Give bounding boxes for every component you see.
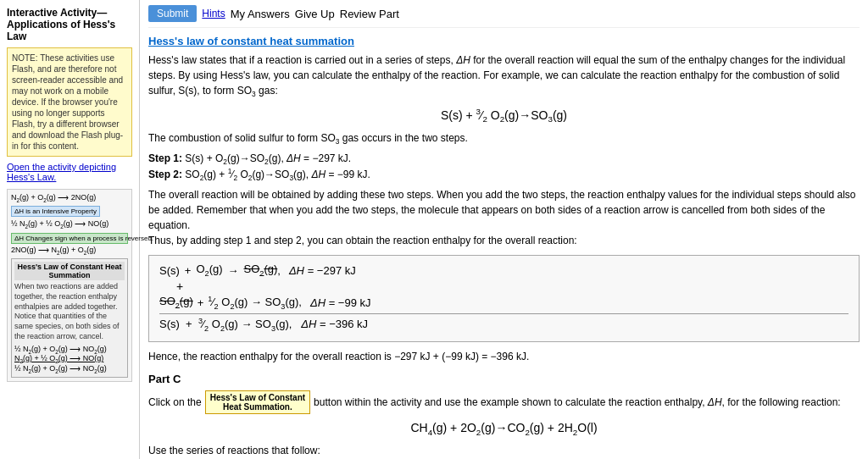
hess-formula-2: N2(g) + ½ O2(g) ⟶ NO(g) — [14, 354, 125, 364]
dh-changes-box: ΔH Changes sign when a process is revers… — [11, 233, 128, 244]
top-hints-link[interactable]: Hints — [202, 8, 225, 19]
combustion-text: The combustion of solid sulfur to form S… — [148, 130, 860, 147]
rxn1-arrow: → — [228, 264, 239, 277]
sim-formula-1: N2(g) + O2(g) ⟶ 2NO(g) — [11, 193, 96, 203]
hess-law-title: Hess's Law of Constant Heat Summation — [14, 262, 125, 280]
rxn1-reactant1: S(s) — [159, 264, 180, 277]
section-title: Hess's law of constant heat summation — [148, 35, 860, 47]
top-submit-button[interactable]: Submit — [148, 5, 197, 22]
top-bar-separator-1: My Answers — [231, 8, 290, 20]
top-bar: Submit Hints My Answers Give Up Review P… — [148, 0, 860, 28]
part-c-instruction: Click on the Hess's Law of ConstantHeat … — [148, 390, 860, 414]
step-1: Step 1: S(s) + O2(g)→SO2(g), ΔH = −297 k… — [148, 152, 860, 166]
reaction-plus-divider: + — [176, 279, 849, 293]
rxn1-dh: ΔH = −297 kJ — [289, 264, 356, 277]
rxn1-plus: + — [185, 264, 192, 277]
reaction-line-2: SO2(g) + 1⁄2 O2(g) → SO3(g), ΔH = −99 kJ — [159, 295, 849, 311]
intro-text: Hess's law states that if a reaction is … — [148, 53, 860, 100]
main-content: Submit Hints My Answers Give Up Review P… — [140, 0, 868, 459]
hess-law-text: When two reactions are added together, t… — [14, 282, 125, 341]
hence-text: Hence, the reaction enthalpy for the ove… — [148, 349, 860, 364]
part-c-main-formula: CH4(g) + 2O2(g)→CO2(g) + 2H2O(l) — [148, 421, 860, 437]
intensive-property-box: ΔH is an Intensive Property — [11, 206, 100, 217]
open-activity-link[interactable]: Open the activity depicting Hess's Law. — [7, 162, 132, 182]
reaction-line-3: S(s) + 3⁄2 O2(g) → SO3(g), ΔH = −396 kJ — [159, 317, 849, 333]
part-c-text-2: button within the activity and use the e… — [314, 396, 841, 408]
rxn1-product-strike: SO2(g) — [244, 263, 278, 278]
sim-formula-3: 2NO(g) ⟶ N2(g) + O2(g) — [11, 246, 128, 256]
part-c-header: Part C — [148, 373, 860, 385]
flash-warning: NOTE: These activities use Flash, and ar… — [7, 47, 132, 157]
sidebar: Interactive Activity—Applications of Hes… — [0, 0, 140, 459]
overall-text: The overall reaction will be obtained by… — [148, 187, 860, 248]
reaction-box: S(s) + O2(g) → SO2(g), ΔH = −297 kJ + SO… — [148, 255, 860, 341]
use-series-text: Use the series of reactions that follow: — [148, 443, 860, 458]
sim-formula-2: ½ N2(g) + ½ O2(g) ⟶ NO(g) — [11, 219, 108, 230]
main-formula: S(s) + 3⁄2 O2(g)→SO3(g) — [148, 107, 860, 124]
rxn1-o2: O2(g) — [196, 263, 222, 278]
rxn2-dh: ΔH = −99 kJ — [310, 296, 371, 309]
rxn3-formula: S(s) + 3⁄2 O2(g) → SO3(g), ΔH = −396 kJ — [159, 317, 368, 333]
reaction-line-1: S(s) + O2(g) → SO2(g), ΔH = −297 kJ — [159, 263, 849, 278]
hess-formula-1: ½ N2(g) + O2(g) ⟶ NO2(g) — [14, 345, 125, 355]
part-c-text-1: Click on the — [148, 396, 202, 408]
top-bar-separator-2: Give Up — [295, 8, 335, 20]
reaction-divider — [159, 313, 849, 314]
top-bar-separator-3: Review Part — [340, 8, 399, 20]
step-2: Step 2: SO2(g) + 1⁄2 O2(g)→SO3(g), ΔH = … — [148, 167, 860, 182]
hess-law-box: Hess's Law of Constant Heat Summation Wh… — [11, 258, 128, 378]
hess-button-label: Hess's Law of ConstantHeat Summation. — [205, 390, 310, 414]
steps-area: Step 1: S(s) + O2(g)→SO2(g), ΔH = −297 k… — [148, 152, 860, 182]
rxn1-comma: , — [277, 264, 281, 277]
hess-formula-3: ½ N2(g) + O2(g) ⟶ NO2(g) — [14, 364, 125, 374]
rxn2-reactant1-strike: SO2(g) — [159, 295, 193, 310]
rxn2-formula: 1⁄2 O2(g) → SO3(g), — [208, 295, 302, 311]
sidebar-title: Interactive Activity—Applications of Hes… — [7, 7, 132, 42]
rxn2-plus: + — [198, 296, 204, 309]
sidebar-simulation: N2(g) + O2(g) ⟶ 2NO(g) ΔH is an Intensiv… — [7, 189, 132, 382]
